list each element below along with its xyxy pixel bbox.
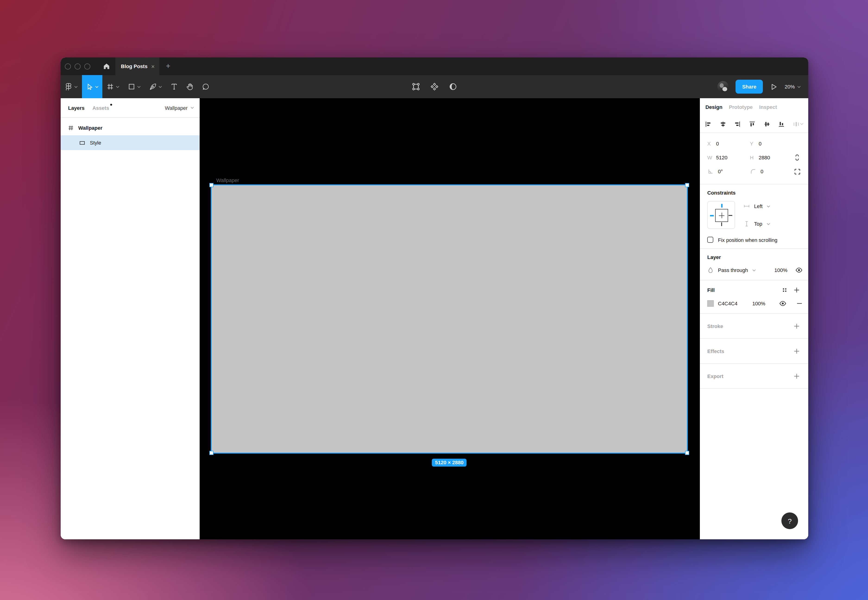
add-effect-icon[interactable] — [791, 348, 803, 354]
move-tool-button[interactable] — [82, 75, 102, 98]
constraints-widget[interactable] — [707, 201, 735, 229]
y-position-field[interactable]: Y 0 — [750, 141, 792, 146]
desktop: Blog Posts × + — [0, 0, 868, 600]
canvas-frame-label[interactable]: Wallpaper — [216, 177, 239, 183]
horizontal-constraint-icon — [743, 203, 750, 209]
toolbar-right: Share 20% — [718, 75, 801, 98]
chevron-down-icon — [74, 85, 78, 88]
avatar[interactable] — [718, 81, 729, 92]
pen-tool-button[interactable] — [145, 75, 166, 98]
layer-section: Layer Pass through 100% — [700, 249, 808, 280]
pen-icon — [149, 83, 157, 90]
layer-row-selected[interactable]: Style — [60, 135, 200, 150]
align-bottom-icon[interactable] — [778, 121, 785, 127]
selection-handle-top-left[interactable] — [209, 183, 213, 187]
align-right-icon[interactable] — [734, 121, 741, 127]
fill-styles-icon[interactable] — [779, 287, 791, 293]
component-icon[interactable] — [430, 82, 439, 91]
file-tab-title: Blog Posts — [121, 64, 148, 69]
add-fill-icon[interactable] — [791, 287, 803, 293]
x-position-field[interactable]: X 0 — [707, 141, 750, 146]
window-close-button[interactable] — [65, 63, 71, 69]
fill-row: C4C4C4 100% — [707, 299, 803, 308]
mask-icon[interactable] — [449, 82, 457, 91]
align-horizontal-center-icon[interactable] — [720, 121, 726, 127]
page-selector[interactable]: Wallpaper — [165, 105, 194, 111]
home-button[interactable] — [98, 58, 115, 75]
frame-tool-button[interactable] — [102, 75, 124, 98]
present-icon[interactable] — [770, 83, 778, 91]
chevron-down-icon[interactable] — [137, 85, 141, 88]
corner-radius-field[interactable]: 0 — [750, 168, 792, 175]
shape-tool-button[interactable] — [124, 75, 145, 98]
titlebar: Blog Posts × + — [60, 58, 808, 75]
width-field[interactable]: W 5120 — [707, 155, 750, 160]
vertical-constraint-icon — [743, 221, 750, 227]
blend-mode-icon — [707, 267, 714, 273]
hand-tool-button[interactable] — [182, 75, 198, 98]
window-zoom-button[interactable] — [84, 63, 90, 69]
rectangle-icon — [128, 83, 135, 90]
export-title: Export — [707, 373, 723, 379]
tab-layers[interactable]: Layers — [68, 105, 85, 111]
tab-prototype[interactable]: Prototype — [729, 104, 753, 109]
home-icon — [103, 62, 110, 70]
new-tab-button[interactable]: + — [159, 58, 177, 75]
align-top-icon[interactable] — [749, 121, 755, 127]
tidy-up-icon[interactable] — [793, 121, 804, 127]
fill-opacity-field[interactable]: 100% — [752, 301, 765, 306]
chevron-down-icon[interactable] — [159, 85, 162, 88]
independent-corners-icon[interactable] — [794, 168, 801, 175]
add-stroke-icon[interactable] — [791, 323, 803, 329]
cursor-icon — [86, 83, 93, 90]
frame-icon — [107, 83, 114, 90]
text-tool-button[interactable] — [166, 75, 182, 98]
selected-frame[interactable] — [212, 185, 687, 453]
layer-visibility-icon[interactable] — [792, 267, 803, 274]
chevron-down-icon[interactable] — [95, 85, 99, 88]
comment-tool-button[interactable] — [198, 75, 213, 98]
fill-visibility-icon[interactable] — [779, 300, 786, 307]
toolbar-center — [412, 75, 457, 98]
main-menu-button[interactable] — [60, 75, 82, 98]
effects-title: Effects — [707, 348, 724, 354]
fill-hex-field[interactable]: C4C4C4 — [718, 301, 737, 306]
blend-mode-select[interactable]: Pass through — [718, 267, 748, 273]
height-field[interactable]: H 2880 — [750, 155, 792, 160]
rotation-field[interactable]: 0° — [707, 168, 750, 175]
alignment-toolbar — [700, 115, 808, 132]
help-button[interactable]: ? — [781, 512, 798, 529]
align-left-icon[interactable] — [705, 121, 711, 127]
effects-section: Effects — [700, 339, 808, 363]
add-export-icon[interactable] — [791, 373, 803, 379]
hand-icon — [186, 83, 194, 90]
chevron-down-icon[interactable] — [116, 85, 119, 88]
chevron-down-icon — [767, 223, 770, 225]
frame-hash-icon — [68, 125, 74, 131]
tab-design[interactable]: Design — [705, 104, 722, 109]
constrain-proportions-icon[interactable] — [794, 154, 801, 161]
align-vertical-center-icon[interactable] — [764, 121, 770, 127]
tab-close-icon[interactable]: × — [151, 63, 155, 69]
edit-object-icon[interactable] — [412, 82, 420, 91]
window-minimize-button[interactable] — [74, 63, 80, 69]
selection-handle-top-right[interactable] — [685, 183, 689, 187]
selection-size-badge: 5120 × 2880 — [432, 459, 467, 467]
selection-handle-bottom-right[interactable] — [685, 451, 689, 455]
constraints-section: Constraints Left — [700, 185, 808, 248]
tab-assets[interactable]: Assets — [92, 105, 109, 111]
share-button[interactable]: Share — [736, 80, 763, 94]
canvas[interactable]: Wallpaper 5120 × 2880 — [200, 98, 700, 539]
remove-fill-icon[interactable] — [791, 300, 803, 307]
position-section: X 0 Y 0 W 5120 H — [700, 133, 808, 184]
layer-opacity-field[interactable]: 100% — [774, 267, 788, 273]
horizontal-constraint-select[interactable]: Left — [743, 203, 771, 209]
vertical-constraint-select[interactable]: Top — [743, 221, 771, 227]
zoom-control[interactable]: 20% — [785, 84, 801, 89]
fill-color-swatch[interactable] — [707, 300, 714, 307]
file-tab[interactable]: Blog Posts × — [115, 58, 159, 75]
fix-position-checkbox[interactable] — [707, 237, 713, 243]
tab-inspect[interactable]: Inspect — [759, 104, 777, 109]
selection-handle-bottom-left[interactable] — [209, 451, 213, 455]
layer-row-frame[interactable]: Wallpaper — [60, 120, 200, 135]
